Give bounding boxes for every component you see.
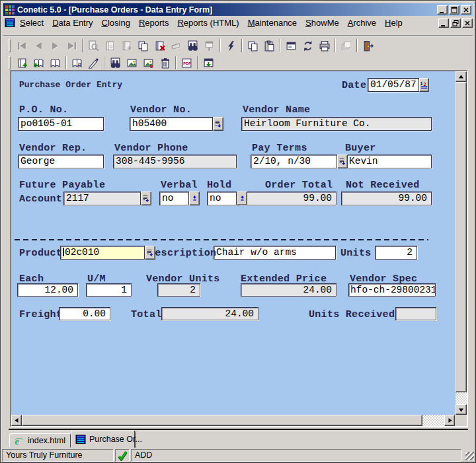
menu-item-closing[interactable]: Closing (102, 18, 130, 28)
tab-purchase-orders[interactable]: Purchase Or... (71, 431, 135, 448)
verbal-field[interactable]: no (159, 192, 189, 205)
nav-first-button[interactable] (14, 38, 30, 53)
vendor-no-lookup-button[interactable] (213, 117, 223, 131)
mdi-close-button[interactable] (462, 18, 473, 28)
nav-prev-button[interactable] (30, 38, 47, 53)
new-notebook-button[interactable] (14, 55, 30, 71)
sign-pen-button[interactable] (85, 55, 102, 71)
delete-record-button[interactable] (151, 38, 168, 53)
hold-spinner-button[interactable] (237, 192, 247, 205)
window-title: Conetic 5.0 - [Purchase Orders - Data En… (17, 5, 437, 15)
scroll-up-button[interactable] (456, 71, 467, 82)
extended-price-field: 24.00 (241, 283, 337, 297)
um-field[interactable]: 1 (86, 283, 132, 297)
menu-item-select[interactable]: Select (20, 18, 44, 28)
refresh-button[interactable] (299, 38, 316, 53)
total-label: Total (131, 309, 162, 320)
menu-bar: SelectData EntryClosingReportsReports (H… (3, 17, 473, 29)
mdi-system-menu-icon[interactable] (5, 18, 15, 28)
batch-pages-button[interactable] (338, 38, 354, 53)
vendor-spec-field[interactable]: hfo-ch-29800231 (348, 283, 436, 297)
svg-text:e: e (15, 436, 19, 446)
svg-text:2: 2 (424, 82, 426, 87)
print-button[interactable] (316, 38, 333, 53)
horizontal-scroll-thumb[interactable] (22, 415, 422, 426)
copy-button[interactable] (245, 38, 261, 53)
description-field[interactable]: Chair w/o arms (214, 246, 336, 260)
vendor-rep-field[interactable]: George (18, 155, 104, 168)
vendor-no-field[interactable]: h05400 (130, 117, 213, 131)
vertical-scroll-thumb[interactable] (456, 82, 467, 392)
scroll-left-button[interactable] (11, 415, 22, 426)
pin-window-button[interactable] (201, 38, 218, 53)
buyer-field[interactable]: Kevin (346, 155, 432, 168)
open-book-add-button[interactable] (30, 55, 47, 71)
minimize-button[interactable] (437, 5, 448, 15)
freight-field[interactable]: 0.00 (59, 307, 110, 320)
image-settings-button[interactable]: s (140, 55, 157, 71)
scroll-down-button[interactable] (456, 404, 467, 415)
mdi-restore-button[interactable] (450, 18, 461, 28)
toolbar-grip[interactable] (9, 56, 11, 69)
vendor-phone-field: 308-445-9956 (113, 155, 237, 168)
pay-terms-lookup-button[interactable] (337, 155, 348, 168)
title-bar[interactable]: Conetic 5.0 - [Purchase Orders - Data En… (3, 3, 473, 16)
tab-index-html[interactable]: e index.html (9, 433, 71, 448)
menu-item-showme[interactable]: ShowMe (305, 18, 339, 28)
total-field: 24.00 (161, 307, 258, 320)
scroll-right-button[interactable] (444, 415, 455, 426)
execute-button[interactable] (223, 38, 239, 53)
menu-item-reports-html[interactable]: Reports (HTML) (177, 18, 239, 28)
close-button[interactable] (461, 5, 471, 15)
po-no-label: P.O. No. (19, 104, 68, 116)
search-records-button[interactable] (184, 38, 201, 53)
image-view-button[interactable] (124, 55, 140, 71)
not-received-field: 99.00 (341, 192, 432, 205)
export-window-button[interactable] (200, 55, 217, 71)
menu-item-reports[interactable]: Reports (139, 18, 169, 28)
not-received-label: Not Received (346, 180, 420, 191)
product-field[interactable]: 02c010 (60, 246, 145, 260)
date-field[interactable]: 01/05/87 (368, 78, 419, 92)
date-picker-button[interactable]: 12 (419, 78, 429, 92)
hold-field[interactable]: no (207, 192, 237, 205)
export-pdf-button[interactable]: PDF (178, 55, 195, 71)
vertical-scroll-track[interactable] (456, 392, 467, 404)
each-field[interactable]: 12.00 (17, 283, 78, 297)
open-book-post-button[interactable]: p (69, 55, 85, 71)
maximize-button[interactable] (449, 5, 459, 15)
add-record-button[interactable] (118, 38, 135, 53)
window-options-button[interactable] (283, 38, 299, 53)
horizontal-scroll-track[interactable] (422, 415, 444, 426)
clear-record-button[interactable] (168, 38, 184, 53)
find-record-button[interactable] (85, 38, 102, 53)
delete-item-button[interactable] (157, 55, 173, 71)
ie-icon: e (14, 436, 24, 446)
vertical-scrollbar[interactable] (456, 71, 467, 415)
paste-button[interactable] (261, 38, 278, 53)
units-field[interactable]: 2 (375, 246, 417, 260)
menu-item-data-entry[interactable]: Data Entry (52, 18, 93, 28)
verbal-spinner-button[interactable] (189, 192, 200, 205)
horizontal-scrollbar[interactable] (11, 415, 456, 426)
mdi-minimize-button[interactable] (438, 18, 449, 28)
account-lookup-button[interactable] (141, 192, 151, 205)
menu-item-help[interactable]: Help (385, 18, 403, 28)
pay-terms-field[interactable]: 2/10, n/30 (251, 155, 337, 168)
resize-grip[interactable] (465, 452, 474, 460)
pay-terms-label: Pay Terms (252, 143, 307, 154)
po-no-field[interactable]: po0105-01 (18, 117, 104, 131)
nav-last-button[interactable] (63, 38, 80, 53)
check-icon (116, 450, 128, 461)
search-view-button[interactable] (107, 55, 124, 71)
nav-next-button[interactable] (47, 38, 63, 53)
future-payable-label: Future Payable (19, 180, 105, 191)
update-record-button[interactable]: u (102, 38, 118, 53)
menu-item-maintenance[interactable]: Maintenance (248, 18, 297, 28)
toolbar-grip[interactable] (9, 39, 11, 52)
menu-item-archive[interactable]: Archive (348, 18, 376, 28)
open-book-button[interactable] (47, 55, 63, 71)
product-lookup-button[interactable] (145, 246, 155, 260)
copy-record-button[interactable] (135, 38, 151, 53)
exit-button[interactable] (360, 38, 376, 53)
